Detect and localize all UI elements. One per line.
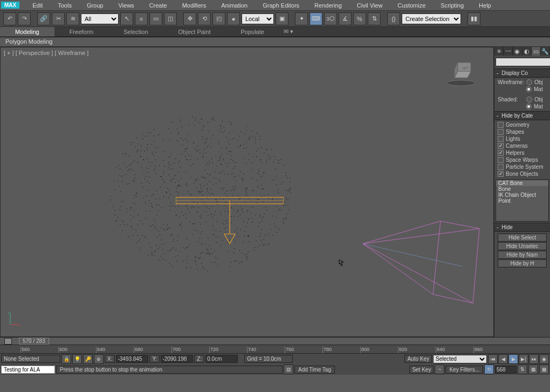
category-check-bone-objects[interactable] bbox=[498, 171, 504, 177]
time-ruler[interactable]: 560600640680700720740760780800820840860 bbox=[0, 345, 550, 353]
menu-scripting[interactable]: Scripting bbox=[433, 1, 471, 10]
keymode-dropdown[interactable]: Selected bbox=[433, 355, 487, 363]
list-item[interactable]: CAT Bone bbox=[496, 180, 548, 186]
list-item[interactable]: IK Chain Object bbox=[496, 192, 548, 198]
hide-button[interactable]: Hide Unselec bbox=[498, 242, 547, 250]
key-mode-toggle[interactable]: ◉ bbox=[539, 354, 549, 364]
listener-icon[interactable]: ▤ bbox=[284, 365, 293, 374]
lock-selection-button[interactable]: 🔒 bbox=[61, 354, 71, 364]
add-time-tag[interactable]: Add Time Tag bbox=[294, 366, 335, 374]
absolute-transform-button[interactable]: ⊕ bbox=[94, 354, 104, 364]
menu-rendering[interactable]: Rendering bbox=[307, 1, 349, 10]
ribbon-populate[interactable]: Populate bbox=[225, 27, 279, 37]
up-down-icon[interactable]: ⇅ bbox=[518, 365, 527, 374]
rollout-hide-category[interactable]: Hide by Cate bbox=[501, 113, 533, 119]
wireframe-obj-radio[interactable] bbox=[526, 79, 532, 85]
scale-button[interactable]: ◰ bbox=[212, 12, 225, 25]
panel-motion-tab[interactable]: ◐ bbox=[522, 47, 532, 56]
prev-frame-button[interactable]: ◀ bbox=[498, 354, 508, 364]
viewport-nav-1[interactable]: ▦ bbox=[528, 365, 538, 374]
move-button[interactable]: ✥ bbox=[183, 12, 196, 25]
redo-button[interactable]: ↷ bbox=[18, 12, 31, 25]
viewport[interactable]: [ + ] [ Perspective ] [ Wireframe ] LEFT… bbox=[0, 47, 494, 337]
menu-graph-editors[interactable]: Graph Editors bbox=[255, 1, 307, 10]
category-check-helpers[interactable] bbox=[498, 150, 504, 156]
rotate-button[interactable]: ⟲ bbox=[198, 12, 211, 25]
go-end-button[interactable]: ⏭ bbox=[529, 354, 539, 364]
ribbon-freeform[interactable]: Freeform bbox=[54, 27, 109, 37]
panel-create-tab[interactable]: ✳ bbox=[494, 47, 504, 56]
named-selection-sets-dropdown[interactable]: Create Selection Set bbox=[402, 13, 461, 24]
selection-lock-icon[interactable]: 🔑 bbox=[83, 354, 93, 364]
rollout-display-color[interactable]: Display Co bbox=[501, 70, 527, 76]
bind-spacewarp-button[interactable]: ≋ bbox=[66, 12, 79, 25]
hide-button[interactable]: Hide by H bbox=[498, 259, 547, 267]
window-crossing-button[interactable]: ◫ bbox=[164, 12, 177, 25]
viewport-nav-2[interactable]: ▩ bbox=[539, 365, 549, 374]
bone-type-list[interactable]: CAT BoneBoneIK Chain ObjectPoint bbox=[496, 180, 549, 222]
unlink-button[interactable]: ✂ bbox=[52, 12, 65, 25]
percent-snap-button[interactable]: % bbox=[353, 12, 366, 25]
viewport-label[interactable]: [ + ] [ Perspective ] [ Wireframe ] bbox=[4, 50, 88, 56]
menu-group[interactable]: Group bbox=[79, 1, 111, 10]
menu-customize[interactable]: Customize bbox=[390, 1, 433, 10]
select-manipulate-button[interactable]: ✦ bbox=[295, 12, 308, 25]
setkey-button[interactable]: Set Key bbox=[409, 366, 434, 374]
view-cube[interactable]: LEFT bbox=[446, 63, 476, 86]
ribbon-selection[interactable]: Selection bbox=[108, 27, 163, 37]
time-config-icon[interactable]: ⟲ bbox=[484, 365, 494, 374]
play-button[interactable]: ▶ bbox=[508, 354, 518, 364]
category-check-shapes[interactable] bbox=[498, 129, 504, 135]
category-check-particle-system[interactable] bbox=[498, 164, 504, 170]
menu-views[interactable]: Views bbox=[111, 1, 141, 10]
ref-coord-dropdown[interactable]: Local bbox=[242, 13, 274, 24]
menu-edit[interactable]: Edit bbox=[25, 1, 50, 10]
go-start-button[interactable]: ⏮ bbox=[488, 354, 498, 364]
hide-button[interactable]: Hide Select bbox=[498, 233, 547, 242]
ribbon-object-paint[interactable]: Object Paint bbox=[163, 27, 226, 37]
category-check-geometry[interactable] bbox=[498, 122, 504, 128]
rollout-hide[interactable]: Hide bbox=[501, 224, 513, 230]
ribbon-modeling[interactable]: Modeling bbox=[0, 27, 54, 37]
panel-display-tab[interactable]: ▭ bbox=[532, 47, 541, 56]
spinner-snap-button[interactable]: ⇅ bbox=[368, 12, 381, 25]
keyboard-shortcut-button[interactable]: ⌨ bbox=[310, 12, 322, 25]
menu-tools[interactable]: Tools bbox=[50, 1, 79, 10]
next-frame-button[interactable]: ▶| bbox=[519, 354, 528, 364]
autokey-button[interactable]: Auto Key bbox=[404, 355, 432, 363]
panel-utilities-tab[interactable]: 🔧 bbox=[541, 47, 550, 56]
hide-button[interactable]: Hide by Nam bbox=[498, 251, 547, 259]
panel-modify-tab[interactable]: 〰 bbox=[504, 47, 513, 56]
named-sel-sets-icon[interactable]: {} bbox=[387, 12, 400, 25]
menu-create[interactable]: Create bbox=[142, 1, 175, 10]
setkey-icon[interactable]: ~ bbox=[435, 365, 444, 374]
select-object-button[interactable]: ↖ bbox=[120, 12, 133, 25]
shaded-obj-radio[interactable] bbox=[526, 97, 532, 102]
ribbon-collapse-icon[interactable]: ✉ ▾ bbox=[279, 26, 298, 37]
shaded-mat-radio[interactable] bbox=[526, 104, 532, 109]
current-frame-input[interactable] bbox=[495, 366, 517, 374]
list-item[interactable]: Bone bbox=[496, 186, 548, 192]
time-slider[interactable]: 570 / 283 bbox=[0, 337, 550, 345]
z-input[interactable] bbox=[205, 355, 238, 363]
key-filters-button[interactable]: Key Filters... bbox=[445, 366, 483, 374]
category-check-space-warps[interactable] bbox=[498, 157, 504, 163]
select-by-name-button[interactable]: ≡ bbox=[135, 12, 148, 25]
isolate-button[interactable]: 💡 bbox=[72, 354, 82, 364]
menu-animation[interactable]: Animation bbox=[214, 1, 255, 10]
menu-modifiers[interactable]: Modifiers bbox=[175, 1, 214, 10]
selection-filter-dropdown[interactable]: All bbox=[81, 13, 119, 24]
menu-civil-view[interactable]: Civil View bbox=[349, 1, 390, 10]
undo-button[interactable]: ↶ bbox=[3, 12, 16, 25]
category-check-cameras[interactable] bbox=[498, 143, 504, 149]
placement-button[interactable]: ● bbox=[227, 12, 240, 25]
use-pivot-button[interactable]: ▣ bbox=[276, 12, 288, 25]
time-slider-handle[interactable] bbox=[4, 338, 12, 345]
mirror-button[interactable]: ▮▮ bbox=[468, 12, 480, 25]
category-check-lights[interactable] bbox=[498, 136, 504, 142]
select-region-button[interactable]: ▭ bbox=[149, 12, 162, 25]
menu-help[interactable]: Help bbox=[471, 1, 499, 10]
x-input[interactable] bbox=[116, 355, 148, 363]
y-input[interactable] bbox=[161, 355, 193, 363]
link-button[interactable]: 🔗 bbox=[37, 12, 50, 25]
